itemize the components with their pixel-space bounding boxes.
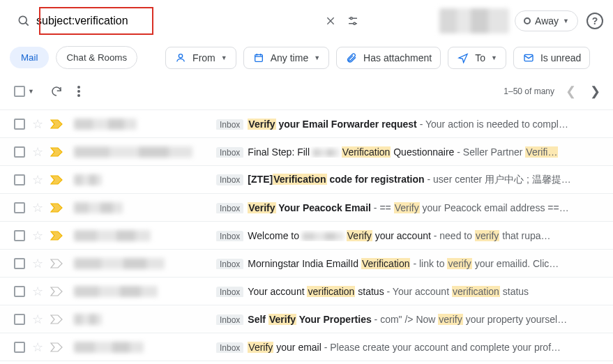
help-button[interactable]: ?: [584, 10, 606, 32]
status-chip[interactable]: Away ▼: [515, 10, 578, 31]
attachment-icon: [345, 52, 358, 63]
search-icon: [13, 14, 35, 28]
sender-cell: [70, 119, 209, 130]
row-checkbox[interactable]: [14, 314, 25, 325]
email-row[interactable]: ☆ InboxFinal Step: Fill Verification Que…: [0, 138, 613, 166]
inbox-label: Inbox: [216, 259, 243, 269]
subject-cell: InboxFinal Step: Fill Verification Quest…: [216, 146, 605, 158]
star-icon[interactable]: ☆: [32, 116, 43, 132]
email-row[interactable]: ☆ InboxMorningstar India EmailId Verific…: [0, 250, 613, 278]
importance-marker[interactable]: [50, 119, 63, 129]
importance-marker[interactable]: [50, 147, 63, 157]
email-row[interactable]: ☆ InboxVerify your Email Forwarder reque…: [0, 110, 613, 138]
email-row[interactable]: ☆ InboxVerify your email - Please create…: [0, 333, 613, 361]
importance-marker[interactable]: [50, 287, 63, 296]
svg-point-16: [77, 94, 80, 97]
filter-attachment-label: Has attachment: [363, 52, 432, 63]
importance-marker[interactable]: [50, 314, 63, 324]
subject-cell: InboxVerify Your Peacock Email - == Veri…: [216, 202, 605, 213]
importance-marker[interactable]: [50, 175, 63, 185]
send-icon: [457, 52, 469, 63]
filter-unread-label: Is unread: [540, 52, 581, 63]
sender-cell: [70, 258, 209, 269]
sender-cell: [70, 286, 209, 297]
calendar-icon: [252, 52, 265, 63]
chevron-down-icon: ▼: [563, 17, 569, 24]
importance-marker[interactable]: [50, 203, 63, 213]
star-icon[interactable]: ☆: [32, 256, 43, 271]
star-icon[interactable]: ☆: [32, 284, 43, 299]
importance-marker[interactable]: [50, 259, 63, 268]
star-icon[interactable]: ☆: [32, 200, 43, 215]
svg-point-15: [77, 90, 80, 93]
star-icon[interactable]: ☆: [32, 144, 43, 160]
filter-from-label: From: [192, 52, 215, 63]
sender-cell: [70, 174, 209, 185]
subject-cell: InboxVerify your email - Please create y…: [216, 342, 605, 353]
filter-has-attachment[interactable]: Has attachment: [336, 47, 441, 69]
svg-rect-9: [255, 54, 262, 61]
inbox-label: Inbox: [216, 203, 243, 213]
email-row[interactable]: ☆ Inbox[ZTE]Verification code for regist…: [0, 166, 613, 194]
svg-point-5: [350, 17, 352, 20]
sender-cell: [70, 202, 209, 213]
chevron-down-icon: ▼: [221, 54, 227, 61]
search-options-button[interactable]: [342, 10, 364, 32]
svg-point-0: [19, 16, 27, 24]
more-button[interactable]: [68, 80, 90, 103]
row-checkbox[interactable]: [14, 174, 25, 185]
pager-label: 1–50 of many: [504, 86, 554, 96]
inbox-label: Inbox: [216, 147, 243, 158]
svg-point-7: [354, 22, 356, 24]
select-all-checkbox[interactable]: ▼: [14, 86, 34, 97]
filter-anytime[interactable]: Any time ▼: [243, 47, 329, 69]
inbox-label: Inbox: [216, 342, 243, 353]
email-row[interactable]: ☆ InboxWelcome to Verify your account - …: [0, 222, 613, 250]
star-icon[interactable]: ☆: [32, 312, 43, 327]
search-input[interactable]: [35, 6, 319, 36]
subject-cell: InboxSelf Verify Your Properties - com" …: [216, 314, 605, 325]
subject-cell: Inbox[ZTE]Verification code for registra…: [216, 174, 605, 186]
filter-is-unread[interactable]: Is unread: [513, 47, 590, 69]
email-row[interactable]: ☆ InboxVerify Your Peacock Email - == Ve…: [0, 194, 613, 222]
importance-marker[interactable]: [50, 342, 63, 352]
inbox-label: Inbox: [216, 314, 243, 325]
row-checkbox[interactable]: [14, 258, 25, 269]
inbox-label: Inbox: [216, 287, 243, 297]
sender-cell: [70, 230, 209, 241]
row-checkbox[interactable]: [14, 342, 25, 353]
row-checkbox[interactable]: [14, 146, 25, 158]
email-row[interactable]: ☆ InboxSelf Verify Your Properties - com…: [0, 305, 613, 333]
sender-cell: [70, 342, 209, 353]
row-checkbox[interactable]: [14, 230, 25, 241]
filter-to[interactable]: To ▼: [448, 47, 506, 69]
sender-cell: [70, 314, 209, 325]
clear-search-button[interactable]: [319, 10, 342, 32]
star-icon[interactable]: ☆: [32, 340, 43, 355]
email-row[interactable]: ☆ InboxYour account verification status …: [0, 278, 613, 305]
inbox-label: Inbox: [216, 119, 243, 130]
mail-icon: [522, 52, 535, 63]
sender-cell: [70, 146, 209, 158]
svg-point-8: [179, 54, 182, 57]
star-icon[interactable]: ☆: [32, 172, 43, 188]
tab-chat-rooms[interactable]: Chat & Rooms: [56, 46, 137, 69]
subject-cell: InboxMorningstar India EmailId Verificat…: [216, 258, 605, 269]
account-info-redacted: [439, 8, 509, 33]
help-icon: ?: [586, 13, 603, 29]
prev-page-button[interactable]: ❮: [563, 84, 579, 99]
chevron-down-icon: ▼: [28, 88, 34, 95]
filter-from[interactable]: From ▼: [165, 47, 236, 69]
refresh-button[interactable]: [45, 80, 68, 103]
importance-marker[interactable]: [50, 231, 63, 241]
svg-line-1: [26, 23, 29, 26]
star-icon[interactable]: ☆: [32, 228, 43, 243]
row-checkbox[interactable]: [14, 286, 25, 297]
row-checkbox[interactable]: [14, 202, 25, 213]
next-page-button[interactable]: ❯: [587, 84, 603, 99]
row-checkbox[interactable]: [14, 119, 25, 130]
status-dot-icon: [524, 17, 531, 24]
tab-mail[interactable]: Mail: [10, 47, 49, 68]
filter-anytime-label: Any time: [271, 52, 308, 63]
search-box[interactable]: [7, 6, 370, 36]
